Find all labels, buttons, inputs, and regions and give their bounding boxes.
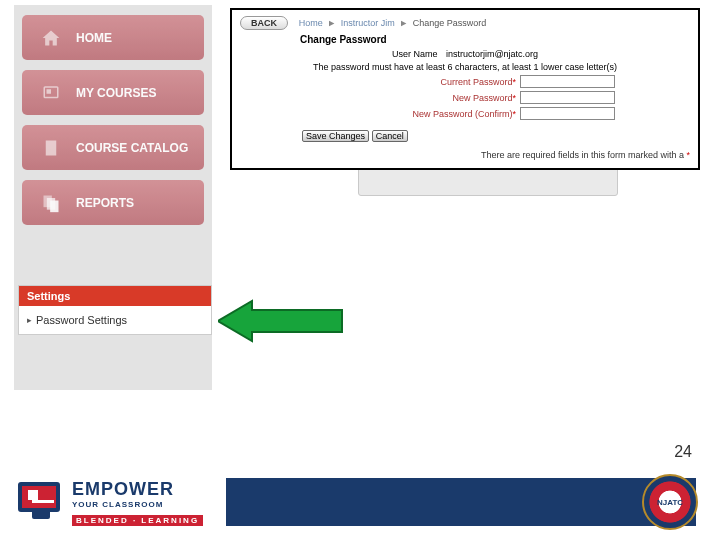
- breadcrumb-home[interactable]: Home: [299, 18, 323, 28]
- cancel-button[interactable]: Cancel: [372, 130, 408, 142]
- breadcrumb-current: Change Password: [413, 18, 487, 28]
- save-changes-button[interactable]: Save Changes: [302, 130, 369, 142]
- page-number: 24: [674, 443, 692, 461]
- njatc-seal: NJATC: [642, 474, 698, 530]
- home-icon: [38, 25, 64, 51]
- nav-label: HOME: [76, 31, 112, 45]
- dialog-title: Change Password: [300, 34, 690, 45]
- svg-rect-5: [50, 200, 58, 212]
- background-panel: [358, 168, 618, 196]
- callout-arrow: [218, 298, 348, 348]
- monitor-icon: [18, 482, 64, 524]
- current-password-input[interactable]: [520, 75, 615, 88]
- sidebar: HOME MY COURSES COURSE CATALOG REPORTS S…: [14, 5, 212, 390]
- change-password-dialog: BACK Home ► Instructor Jim ► Change Pass…: [230, 8, 700, 170]
- password-hint: The password must have at least 6 charac…: [240, 62, 690, 72]
- nav-label: MY COURSES: [76, 86, 156, 100]
- nav-reports[interactable]: REPORTS: [22, 180, 204, 225]
- empower-logo: EMPOWER YOUR CLASSROOM BLENDED · LEARNIN…: [18, 472, 223, 534]
- catalog-icon: [38, 135, 64, 161]
- settings-header: Settings: [19, 286, 211, 306]
- courses-icon: [38, 80, 64, 106]
- required-fields-note: There are required fields in this form m…: [481, 150, 690, 160]
- current-password-label: Current Password: [440, 77, 512, 87]
- footer-bar: [226, 478, 696, 526]
- reports-icon: [38, 190, 64, 216]
- footer: EMPOWER YOUR CLASSROOM BLENDED · LEARNIN…: [0, 468, 720, 540]
- new-password-label: New Password: [452, 93, 512, 103]
- logo-line3: BLENDED · LEARNING: [72, 515, 203, 526]
- confirm-password-label: New Password (Confirm): [412, 109, 512, 119]
- svg-rect-1: [47, 89, 52, 94]
- logo-line1: EMPOWER: [72, 479, 203, 500]
- nav-home[interactable]: HOME: [22, 15, 204, 60]
- settings-panel: Settings Password Settings: [18, 285, 212, 335]
- settings-item-password[interactable]: Password Settings: [19, 306, 211, 334]
- svg-marker-6: [218, 301, 342, 341]
- username-value: instructorjim@njatc.org: [446, 49, 538, 59]
- logo-line2: YOUR CLASSROOM: [72, 500, 203, 509]
- breadcrumb-user[interactable]: Instructor Jim: [341, 18, 395, 28]
- new-password-input[interactable]: [520, 91, 615, 104]
- nav-course-catalog[interactable]: COURSE CATALOG: [22, 125, 204, 170]
- nav-label: REPORTS: [76, 196, 134, 210]
- username-label: User Name: [392, 49, 438, 59]
- nav-my-courses[interactable]: MY COURSES: [22, 70, 204, 115]
- breadcrumb: Home ► Instructor Jim ► Change Password: [299, 18, 486, 28]
- confirm-password-input[interactable]: [520, 107, 615, 120]
- nav-label: COURSE CATALOG: [76, 141, 188, 155]
- svg-rect-2: [46, 140, 57, 155]
- settings-item-label: Password Settings: [36, 314, 127, 326]
- back-button[interactable]: BACK: [240, 16, 288, 30]
